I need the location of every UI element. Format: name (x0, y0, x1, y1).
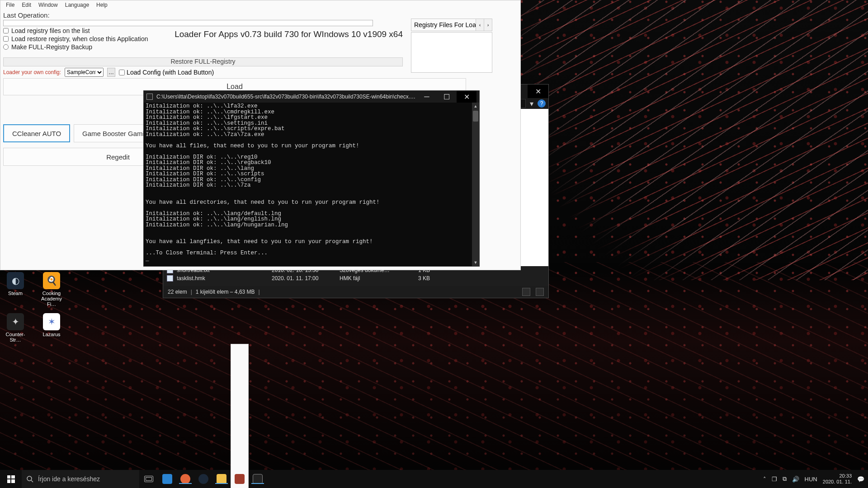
steam-icon (198, 474, 208, 484)
console-close-button[interactable]: ✕ (457, 91, 476, 103)
file-size: 3 KB (403, 275, 430, 282)
tray-clock[interactable]: 20:33 2020. 01. 11. (823, 473, 852, 484)
registry-panel-title: Registry Files For Load (411, 19, 476, 31)
checkbox[interactable] (3, 36, 9, 42)
console-scrollbar[interactable]: ▲ ▼ (472, 103, 479, 266)
task-view-icon (144, 476, 153, 482)
registry-prev-button[interactable]: ‹ (476, 19, 484, 31)
status-item-count: 22 elem (168, 289, 187, 295)
last-operation-field (3, 20, 373, 26)
help-icon[interactable]: ? (538, 99, 546, 108)
explorer-close-button[interactable]: ✕ (528, 84, 548, 98)
desktop-icon-steam[interactable]: ◐ Steam (2, 272, 29, 307)
menu-edit[interactable]: Edit (19, 1, 34, 9)
console-maximize-button[interactable]: ☐ (437, 91, 457, 103)
view-large-icon[interactable] (536, 288, 544, 296)
config-select[interactable]: SampleConfig (65, 68, 104, 77)
app-title: Loader For Apps v0.73 build 730 for WInd… (175, 29, 403, 39)
taskbar: Írjon ide a kereséshez ˄ ❐ ⧉ 🔊 HUN 20:33… (0, 470, 868, 488)
ccleaner-auto-button[interactable]: CCleaner AUTO (3, 124, 70, 142)
file-type: HMK fájl (340, 275, 403, 282)
lazarus-icon: ✶ (43, 313, 60, 330)
desktop-icon-cooking[interactable]: 🍳 Cooking Academy Fi… (38, 272, 65, 307)
restore-full-registry-button[interactable]: Restore FULL-Registry (3, 57, 403, 66)
taskbar-app-firefox[interactable] (176, 474, 194, 484)
desktop-icon-lazarus[interactable]: ✶ Lazarus (38, 313, 65, 343)
tray-display-icon[interactable]: ❐ (772, 476, 777, 483)
scroll-down-icon[interactable]: ▼ (472, 259, 479, 266)
taskbar-apps (158, 470, 267, 488)
separator: | (191, 289, 192, 295)
svg-line-1 (31, 480, 33, 482)
registry-next-button[interactable]: › (484, 19, 492, 31)
separator: | (259, 289, 260, 295)
windows-logo-icon (7, 475, 15, 483)
desktop-icon-label: Counter-Str… (2, 332, 29, 343)
menu-language[interactable]: Language (62, 1, 92, 9)
option-label: Load registry files on the list (11, 27, 90, 34)
file-date: 2020. 01. 11. 17:00 (272, 275, 340, 282)
option-label: Load Config (with Load Button) (127, 69, 214, 76)
browse-config-button[interactable]: … (107, 68, 115, 77)
taskbar-app-steam[interactable] (194, 474, 212, 484)
explorer-icon (217, 474, 226, 484)
config-row: Loader your own config: SampleConfig … L… (3, 68, 214, 77)
radio[interactable] (3, 44, 9, 50)
scroll-thumb[interactable] (473, 111, 478, 122)
menu-file[interactable]: File (3, 1, 17, 9)
file-name: tasklist.hmk (177, 275, 272, 282)
lfa-icon (235, 474, 245, 484)
scroll-up-icon[interactable]: ▲ (472, 103, 479, 110)
console-output-text: Initalization ok: ..\..\lfa32.exe Inital… (144, 103, 479, 263)
desktop-icon-counterstrike[interactable]: ✦ Counter-Str… (2, 313, 29, 343)
app-buttons-row: CCleaner AUTO Game Booster Gaming (3, 124, 160, 142)
view-details-icon[interactable] (522, 288, 530, 296)
tray-language-indicator[interactable]: HUN (805, 476, 817, 483)
taskbar-app-console[interactable] (249, 474, 267, 484)
task-view-button[interactable] (139, 470, 158, 488)
console-window[interactable]: C:\Users\ltta\Desktop\lfa32v070build655-… (143, 90, 480, 267)
search-icon (26, 475, 33, 483)
tray-chevron-up-icon[interactable]: ˄ (763, 476, 766, 483)
taskbar-app-explorer[interactable] (212, 474, 231, 484)
svg-point-0 (27, 476, 32, 481)
desktop-icon-label: Cooking Academy Fi… (38, 291, 65, 307)
status-selection: 1 kijelölt elem – 4,63 MB (196, 289, 255, 295)
console-titlebar[interactable]: C:\Users\ltta\Desktop\lfa32v070build655-… (144, 91, 479, 103)
search-placeholder: Írjon ide a kereséshez (38, 475, 100, 483)
taskbar-app-lfa[interactable] (231, 344, 249, 488)
desktop-icon-label: Steam (8, 291, 23, 296)
system-tray: ˄ ❐ ⧉ 🔊 HUN 20:33 2020. 01. 11. 💬 (760, 470, 868, 488)
menu-help[interactable]: Help (94, 1, 110, 9)
tray-time: 20:33 (823, 473, 852, 479)
chevron-down-icon[interactable]: ▾ (528, 99, 535, 108)
console-title-text: C:\Users\ltta\Desktop\lfa32v070build655-… (156, 94, 417, 100)
load-config-checkbox[interactable]: Load Config (with Load Button) (119, 69, 214, 76)
console-output-area[interactable]: Initalization ok: ..\..\lfa32.exe Inital… (144, 103, 479, 266)
start-button[interactable] (0, 470, 22, 488)
cooking-icon: 🍳 (43, 272, 60, 289)
counterstrike-icon: ✦ (7, 313, 24, 330)
taskbar-search[interactable]: Írjon ide a kereséshez (22, 470, 139, 488)
registry-files-listbox[interactable] (411, 32, 492, 73)
taskbar-app-edge[interactable] (158, 474, 176, 484)
tray-notifications-icon[interactable]: 💬 (857, 476, 864, 483)
console-minimize-button[interactable]: ─ (417, 91, 437, 103)
config-label: Loader your own config: (3, 69, 61, 75)
desktop-icons-area: ◐ Steam 🍳 Cooking Academy Fi… ✦ Counter-… (2, 272, 70, 349)
steam-icon: ◐ (7, 272, 24, 289)
tray-volume-icon[interactable]: 🔊 (792, 476, 799, 483)
edge-icon (162, 474, 172, 484)
option-label: Load restore registry, when close this A… (11, 35, 148, 42)
checkbox[interactable] (3, 28, 9, 33)
explorer-status-bar: 22 elem | 1 kijelölt elem – 4,63 MB | (163, 286, 548, 298)
tray-date: 2020. 01. 11. (823, 479, 852, 485)
checkbox[interactable] (119, 70, 125, 75)
registry-files-panel: Registry Files For Load ‹ › (411, 19, 492, 73)
file-row[interactable]: tasklist.hmk 2020. 01. 11. 17:00 HMK fáj… (163, 274, 548, 282)
tray-network-icon[interactable]: ⧉ (783, 475, 787, 483)
desktop-icon-label: Lazarus (42, 332, 60, 337)
menubar: File Edit Window Language Help (0, 0, 520, 9)
menu-window[interactable]: Window (36, 1, 61, 9)
console-icon (253, 474, 263, 484)
